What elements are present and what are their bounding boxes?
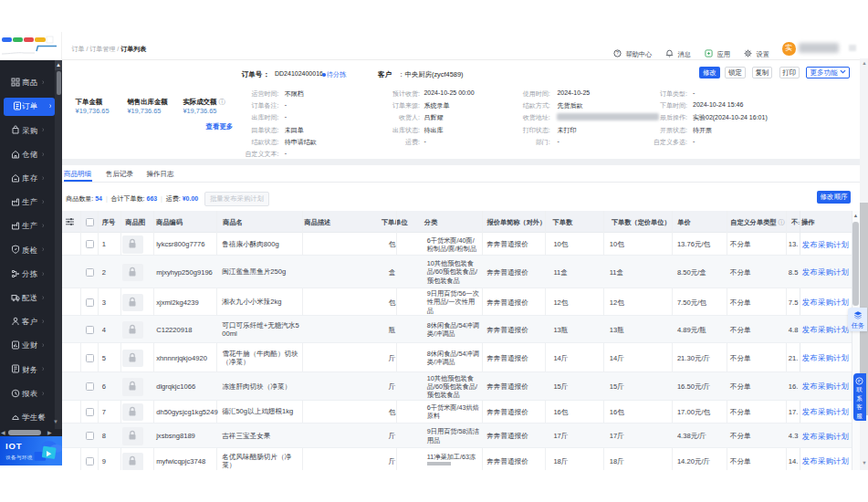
svg-text:?: ? [616, 50, 619, 56]
